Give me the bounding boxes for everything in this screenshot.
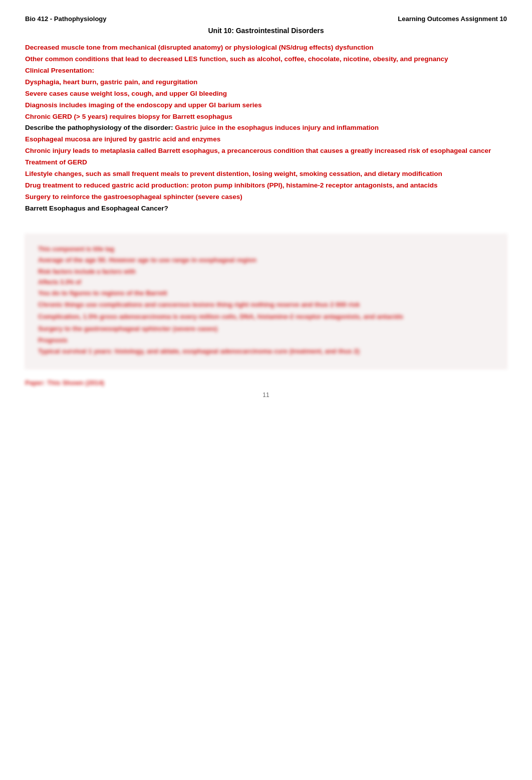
line-15: Barrett Esophagus and Esophageal Cancer? xyxy=(25,204,507,214)
blurred-content: This component is title tag Average of t… xyxy=(25,234,507,369)
line-13: Drug treatment to reduced gastric acid p… xyxy=(25,180,507,191)
line-7: Chronic GERD (> 5 years) requires biopsy… xyxy=(25,112,507,122)
line-4: Dysphagia, heart burn, gastric pain, and… xyxy=(25,77,507,88)
line-12: Lifestyle changes, such as small frequen… xyxy=(25,169,507,179)
line-9: Esophageal mucosa are injured by gastric… xyxy=(25,134,507,145)
main-content: Decreased muscle tone from mechanical (d… xyxy=(25,43,507,214)
blurred-line-7: Complication, 1.5% gross adenocarcinoma … xyxy=(38,312,494,322)
assignment-title: Learning Outcomes Assignment 10 xyxy=(398,15,507,23)
line-8-black: Describe the pathophysiology of the diso… xyxy=(25,124,175,131)
blurred-line-6: Chronic things use complications and can… xyxy=(38,300,494,310)
line-8: Describe the pathophysiology of the diso… xyxy=(25,123,507,133)
line-6: Diagnosis includes imaging of the endosc… xyxy=(25,100,507,111)
line-2: Other common conditions that lead to dec… xyxy=(25,54,507,65)
blurred-line-9: Prognosis xyxy=(38,336,494,345)
blurred-line-3: Risk factors include a factors with xyxy=(38,267,494,276)
line-5: Severe cases cause weight loss, cough, a… xyxy=(25,89,507,99)
page-number: 11 xyxy=(25,392,507,399)
line-3: Clinical Presentation: xyxy=(25,66,507,76)
line-10: Chronic injury leads to metaplasia calle… xyxy=(25,146,507,156)
blurred-line-1: This component is title tag xyxy=(38,245,494,254)
blurred-line-4: Affects 3.3% of xyxy=(38,278,494,287)
course-title: Bio 412 - Pathophysiology xyxy=(25,15,107,23)
line-11: Treatment of GERD xyxy=(25,157,507,168)
blurred-line-5: You do to figures to regions of the Barr… xyxy=(38,288,494,299)
blurred-footer: Paper: This Shown (2014) xyxy=(25,379,507,386)
line-14: Surgery to reinforce the gastroesophagea… xyxy=(25,192,507,203)
blurred-line-8: Surgery to the gastroesophageal sphincte… xyxy=(38,324,494,334)
page-header: Bio 412 - Pathophysiology Learning Outco… xyxy=(25,15,507,23)
blurred-line-2: Average of the age 50. However age to us… xyxy=(38,255,494,266)
footer-citation: Paper: This Shown (2014) xyxy=(25,379,507,386)
line-8-red: Gastric juice in the esophagus induces i… xyxy=(175,124,379,131)
line-1: Decreased muscle tone from mechanical (d… xyxy=(25,43,507,53)
blurred-line-10: Typical survival 1 years: histology, and… xyxy=(38,346,494,357)
unit-title: Unit 10: Gastrointestinal Disorders xyxy=(25,27,507,35)
